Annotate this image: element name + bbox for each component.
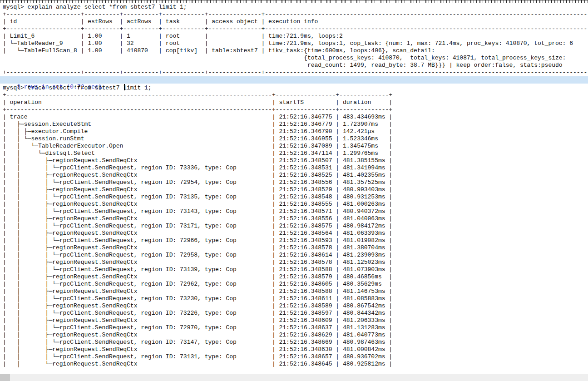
scrollbar-thumb[interactable] — [0, 374, 10, 381]
horizontal-scrollbar[interactable] — [0, 374, 588, 381]
explain-output-block: mysql> explain analyze select *from sbte… — [0, 3, 588, 76]
trace-output-block: mysql> trace select *from sbtest7 limit … — [0, 84, 588, 368]
terminal-screen[interactable]: mysql> explain analyze select *from sbte… — [0, 0, 588, 381]
status-line: 3 rows in set (0.72 sec) — [0, 76, 588, 84]
